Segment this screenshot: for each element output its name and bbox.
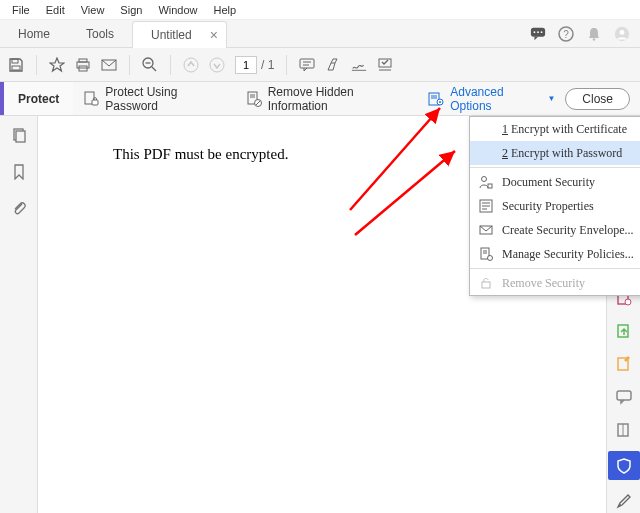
menu-manage-policies[interactable]: Manage Security Policies...	[470, 242, 640, 266]
menu-view[interactable]: View	[73, 2, 113, 18]
menu-encrypt-password[interactable]: 2 Encrypt with Password	[470, 141, 640, 165]
svg-line-16	[152, 67, 156, 71]
rail-organize-icon[interactable]	[610, 418, 638, 441]
help-icon[interactable]: ?	[558, 26, 574, 42]
tab-bar: Home Tools Untitled × ?	[0, 20, 640, 48]
advanced-options-button[interactable]: Advanced Options ▼	[418, 82, 565, 115]
advanced-options-icon	[428, 91, 444, 107]
advanced-options-menu: 1 Encrypt with Certificate 2 Encrypt wit…	[469, 116, 640, 296]
menu-sign[interactable]: Sign	[112, 2, 150, 18]
page-total-label: / 1	[261, 58, 274, 72]
rail-edit-icon[interactable]	[610, 352, 638, 375]
print-icon[interactable]	[75, 57, 91, 73]
svg-rect-10	[12, 66, 20, 70]
menu-bar: File Edit View Sign Window Help	[0, 0, 640, 20]
bell-icon[interactable]	[586, 26, 602, 42]
svg-point-8	[620, 30, 625, 35]
menu-edit[interactable]: Edit	[38, 2, 73, 18]
main-toolbar: / 1	[0, 48, 640, 82]
properties-icon	[478, 199, 494, 213]
svg-point-53	[625, 299, 631, 305]
remove-hidden-info-button[interactable]: Remove Hidden Information	[236, 82, 419, 115]
svg-point-19	[210, 58, 224, 72]
left-rail	[0, 116, 38, 513]
menu-remove-security: Remove Security	[470, 271, 640, 295]
user-lock-icon	[478, 175, 494, 189]
user-icon[interactable]	[614, 26, 630, 42]
page-current-input[interactable]	[235, 56, 257, 74]
remove-hidden-info-label: Remove Hidden Information	[268, 85, 409, 113]
save-icon[interactable]	[8, 57, 24, 73]
menu-file[interactable]: File	[4, 2, 38, 18]
zoom-out-icon[interactable]	[142, 57, 158, 73]
protect-toolbar: Protect Protect Using Password Remove Hi…	[0, 82, 640, 116]
svg-point-37	[439, 101, 441, 103]
page-down-icon[interactable]	[209, 57, 225, 73]
highlight-icon[interactable]	[325, 57, 341, 73]
document-erase-icon	[246, 91, 262, 107]
svg-point-3	[541, 31, 543, 33]
svg-point-59	[619, 504, 621, 506]
page-up-icon[interactable]	[183, 57, 199, 73]
svg-point-6	[593, 38, 595, 40]
menu-document-security[interactable]: Document Security ▶	[470, 170, 640, 194]
menu-create-envelope[interactable]: Create Security Envelope...	[470, 218, 640, 242]
rail-more-tools-icon[interactable]	[610, 490, 638, 513]
svg-rect-39	[16, 131, 25, 142]
tab-home[interactable]: Home	[0, 20, 68, 48]
chevron-down-icon: ▼	[547, 94, 555, 103]
tab-document-label: Untitled	[151, 28, 192, 42]
comment-icon[interactable]	[299, 57, 315, 73]
svg-point-2	[537, 31, 539, 33]
attachment-icon[interactable]	[11, 200, 27, 216]
menu-encrypt-certificate[interactable]: 1 Encrypt with Certificate	[470, 117, 640, 141]
rail-comment-icon[interactable]	[610, 385, 638, 408]
menu-help[interactable]: Help	[206, 2, 245, 18]
svg-rect-41	[488, 184, 492, 188]
protect-using-password-button[interactable]: Protect Using Password	[73, 82, 235, 115]
rail-protect-icon[interactable]	[608, 451, 640, 480]
bookmark-icon[interactable]	[11, 164, 27, 180]
advanced-options-label: Advanced Options	[450, 85, 541, 113]
close-button[interactable]: Close	[565, 88, 630, 110]
tab-document[interactable]: Untitled ×	[132, 21, 227, 49]
document-lock-icon	[83, 91, 99, 107]
protect-using-password-label: Protect Using Password	[105, 85, 225, 113]
document-page: This PDF must be encrypted. 1 Encrypt wi…	[38, 116, 606, 513]
unlock-icon	[478, 276, 494, 290]
tab-close-button[interactable]: ×	[210, 27, 218, 43]
email-icon[interactable]	[101, 57, 117, 73]
workspace: This PDF must be encrypted. 1 Encrypt wi…	[0, 116, 640, 513]
svg-point-18	[184, 58, 198, 72]
thumbnails-icon[interactable]	[11, 128, 27, 144]
svg-point-40	[482, 177, 487, 182]
menu-window[interactable]: Window	[150, 2, 205, 18]
star-icon[interactable]	[49, 57, 65, 73]
chat-bubble-icon[interactable]	[530, 26, 546, 42]
tab-tools[interactable]: Tools	[68, 20, 132, 48]
svg-text:?: ?	[563, 29, 569, 40]
svg-rect-20	[300, 59, 314, 68]
svg-point-50	[488, 256, 493, 261]
sign-icon[interactable]	[351, 57, 367, 73]
svg-rect-27	[92, 100, 98, 105]
policies-icon	[478, 247, 494, 261]
menu-security-properties[interactable]: Security Properties	[470, 194, 640, 218]
rail-export-icon[interactable]	[610, 319, 638, 342]
page-indicator: / 1	[235, 56, 274, 74]
envelope-icon	[478, 223, 494, 237]
svg-point-1	[534, 31, 536, 33]
protect-label: Protect	[0, 82, 73, 115]
stamp-icon[interactable]	[377, 57, 393, 73]
svg-rect-56	[617, 391, 631, 400]
svg-rect-51	[482, 282, 490, 288]
